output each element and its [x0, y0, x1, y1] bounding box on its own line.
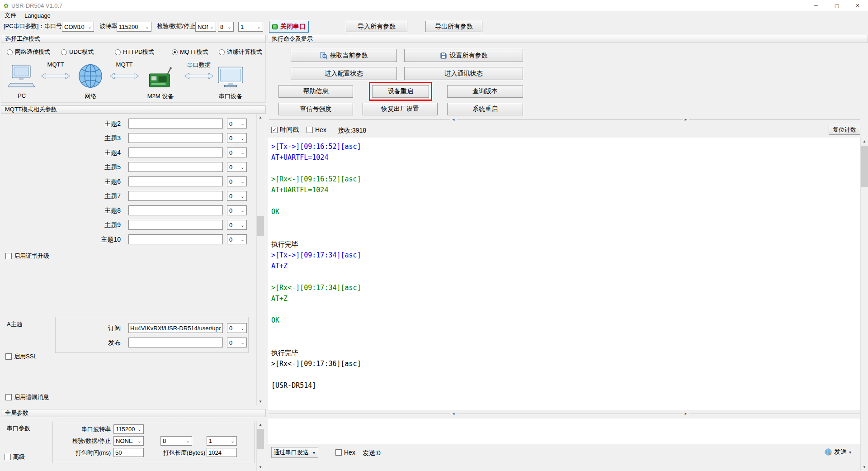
- ssl-checkbox[interactable]: 启用SSL: [5, 353, 37, 360]
- close-button[interactable]: ✕: [847, 0, 868, 11]
- global-databits-select[interactable]: 8⌄: [160, 436, 192, 446]
- advanced-checkbox[interactable]: 高级: [5, 453, 25, 461]
- scroll-up-icon[interactable]: ▲: [861, 138, 868, 145]
- global-parity-select[interactable]: NONE⌄: [113, 436, 144, 446]
- scroll-up-icon[interactable]: ▲: [257, 114, 264, 121]
- link3-label: 串口数据: [183, 61, 215, 69]
- topic-qos-select[interactable]: 0⌄: [227, 220, 247, 230]
- topic-input[interactable]: [128, 220, 223, 230]
- stopbits-select[interactable]: 1⌄: [238, 22, 263, 32]
- radio-mqtt-mode[interactable]: MQTT模式: [172, 48, 208, 56]
- log-top-scrollbar[interactable]: ◄ ►: [269, 117, 860, 123]
- scroll-down-icon[interactable]: ▼: [257, 398, 264, 405]
- parity-select[interactable]: NONE⌄: [195, 22, 216, 32]
- log-output[interactable]: >[Tx->][09:16:52][asc]AT+UARTFL=1024 >[R…: [268, 138, 860, 410]
- pack-len-input[interactable]: [207, 448, 237, 457]
- scroll-left-icon[interactable]: ◄: [450, 117, 457, 123]
- radio-httpd-mode[interactable]: HTTPD模式: [115, 48, 154, 56]
- topic-qos-select[interactable]: 0⌄: [227, 234, 247, 244]
- cert-upgrade-checkbox[interactable]: 启用证书升级: [5, 252, 49, 260]
- topic-input[interactable]: [128, 234, 223, 244]
- global-panel-scrollbar[interactable]: ▲ ▼: [256, 421, 264, 471]
- scrollbar-thumb[interactable]: [861, 146, 868, 187]
- export-params-label: 导出所有参数: [435, 23, 473, 31]
- baud-select[interactable]: 115200⌄: [117, 22, 151, 32]
- mqtt-panel-scrollbar[interactable]: ▲ ▼: [256, 114, 264, 405]
- log-bottom-scrollbar[interactable]: ◄ ►: [269, 411, 860, 417]
- enter-config-button[interactable]: 进入配置状态: [291, 67, 397, 80]
- topic-qos-select[interactable]: 0⌄: [227, 176, 247, 186]
- menu-file[interactable]: 文件: [5, 11, 16, 19]
- factory-reset-label: 恢复出厂设置: [381, 105, 419, 113]
- global-stopbits-select[interactable]: 1⌄: [207, 436, 237, 446]
- scroll-down-icon[interactable]: ▼: [257, 463, 264, 471]
- global-baud-select[interactable]: 115200⌄: [113, 424, 144, 434]
- reset-count-label: 复位计数: [833, 126, 856, 134]
- factory-reset-button[interactable]: 恢复出厂设置: [363, 103, 438, 115]
- topic-qos-select[interactable]: 0⌄: [227, 147, 247, 157]
- device-restart-button[interactable]: 设备重启: [372, 85, 429, 98]
- topic-qos-value: 0: [227, 135, 239, 142]
- topic-input[interactable]: [128, 162, 223, 172]
- window-controls: ─ ▢ ✕: [806, 0, 868, 11]
- system-restart-button[interactable]: 系统重启: [447, 103, 523, 115]
- radio-transparent-mode[interactable]: 网络透传模式: [7, 48, 50, 56]
- timestamp-checkbox[interactable]: ✓时间戳: [271, 126, 299, 133]
- log-line: AT+Z: [271, 261, 860, 271]
- chevron-down-icon: ⌄: [239, 235, 246, 244]
- scroll-left-icon[interactable]: ◄: [450, 411, 457, 417]
- scroll-down-icon[interactable]: ▼: [861, 463, 868, 471]
- topic-qos-select[interactable]: 0⌄: [227, 191, 247, 201]
- log-vertical-scrollbar[interactable]: ▲ ▼: [860, 138, 868, 471]
- set-params-button[interactable]: 设置所有参数: [404, 49, 523, 62]
- databits-select[interactable]: 8⌄: [218, 22, 234, 32]
- radio-edge-mode[interactable]: 边缘计算模式: [219, 48, 262, 56]
- topic-input[interactable]: [128, 119, 223, 128]
- log-line: >[Rx<-][09:17:34][asc]: [271, 282, 860, 293]
- topic-input[interactable]: [128, 147, 223, 157]
- subscribe-qos-select[interactable]: 0⌄: [227, 323, 247, 333]
- pack-len-label: 打包长度(Bytes): [154, 449, 205, 457]
- com-port-select[interactable]: COM10⌄: [62, 22, 94, 32]
- enter-comm-button[interactable]: 进入通讯状态: [404, 67, 523, 80]
- import-params-button[interactable]: 导入所有参数: [346, 21, 407, 32]
- send-count: 发送:0: [363, 449, 381, 457]
- minimize-button[interactable]: ─: [806, 0, 826, 11]
- topic-qos-select[interactable]: 0⌄: [227, 119, 247, 128]
- publish-qos-select[interactable]: 0⌄: [227, 338, 247, 347]
- topic-qos-select[interactable]: 0⌄: [227, 133, 247, 143]
- topic-qos-select[interactable]: 0⌄: [227, 162, 247, 172]
- topic-input[interactable]: [128, 205, 223, 215]
- topic-input[interactable]: [128, 191, 223, 201]
- scroll-right-icon[interactable]: ►: [683, 411, 689, 417]
- log-line: >[Rx<-][09:17:36][asc]: [271, 358, 860, 369]
- mqtt-topic-row: 主题50⌄: [0, 162, 253, 172]
- radio-udc-mode[interactable]: UDC模式: [61, 48, 94, 56]
- mqtt-topic-row: 主题100⌄: [0, 234, 253, 244]
- help-info-button[interactable]: 帮助信息: [278, 85, 353, 98]
- send-via-dropdown[interactable]: 通过串口发送▾: [271, 447, 318, 458]
- close-port-button[interactable]: 关闭串口: [269, 21, 309, 33]
- query-signal-button[interactable]: 查信号强度: [278, 103, 353, 115]
- send-button[interactable]: 发送 ▾: [825, 446, 851, 458]
- publish-input[interactable]: [128, 338, 223, 347]
- get-params-button[interactable]: 获取当前参数: [291, 49, 397, 62]
- send-input-area[interactable]: [268, 419, 860, 444]
- export-params-button[interactable]: 导出所有参数: [425, 21, 482, 32]
- will-message-checkbox[interactable]: 启用遗嘱消息: [5, 394, 49, 401]
- reset-count-button[interactable]: 复位计数: [829, 125, 860, 135]
- topic-qos-select[interactable]: 0⌄: [227, 205, 247, 215]
- scroll-right-icon[interactable]: ►: [683, 117, 689, 123]
- menu-language[interactable]: Language: [24, 12, 51, 19]
- maximize-button[interactable]: ▢: [826, 0, 847, 11]
- hex-send-checkbox[interactable]: Hex: [335, 449, 355, 456]
- topic-input[interactable]: [128, 133, 223, 143]
- scrollbar-thumb[interactable]: [257, 216, 264, 236]
- subscribe-input[interactable]: [128, 323, 223, 333]
- query-version-button[interactable]: 查询版本: [447, 85, 523, 98]
- topic-input[interactable]: [128, 176, 223, 186]
- scrollbar-thumb[interactable]: [257, 429, 264, 449]
- hex-display-checkbox[interactable]: Hex: [307, 126, 326, 133]
- pack-time-input[interactable]: [113, 448, 144, 457]
- scroll-up-icon[interactable]: ▲: [257, 421, 264, 428]
